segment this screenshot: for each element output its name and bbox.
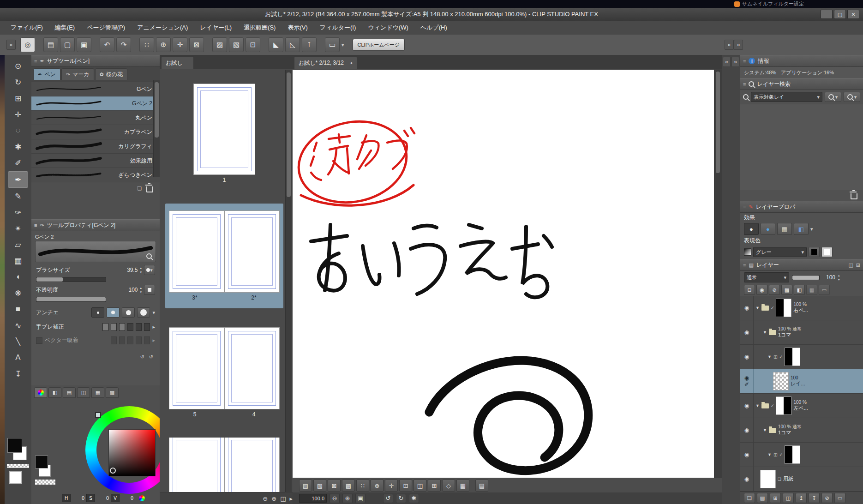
panel-menu-icon[interactable]: ≡ xyxy=(743,58,746,64)
pencil-tool-icon[interactable]: ✎ xyxy=(8,188,28,204)
brush-item[interactable]: Gペン xyxy=(31,82,160,96)
figure-tool-icon[interactable]: ∿ xyxy=(8,318,28,333)
reference-layer-icon[interactable]: ◉ xyxy=(756,285,767,295)
delete-layer-icon[interactable]: ⊘ xyxy=(821,493,833,503)
layer-row-frame[interactable]: ◉ ▼ ◫ ✓ xyxy=(740,345,863,369)
expand-icon[interactable]: ▼ xyxy=(763,330,767,335)
minimize-button[interactable]: – xyxy=(821,10,833,19)
zoom-in-icon[interactable]: ⊕ xyxy=(342,494,353,503)
panel-menu-icon[interactable]: ≡ xyxy=(743,262,746,268)
panel-menu-icon[interactable]: ≡ xyxy=(34,222,37,228)
hue-value[interactable]: 0 xyxy=(72,495,84,501)
fill-tool-icon[interactable]: ■ xyxy=(8,301,28,317)
collapse-right-panel-right-button[interactable]: » xyxy=(734,40,743,50)
canvasbar-move-icon[interactable]: ✛ xyxy=(385,480,398,492)
layer-row-right-page-folder[interactable]: ◉ ▼ ✓ 100 %右ペ... xyxy=(740,296,863,320)
hue-marker[interactable] xyxy=(95,412,101,418)
triangle-ruler-button[interactable]: ◺ xyxy=(285,37,300,52)
reset-view-icon[interactable]: ✱ xyxy=(409,494,419,503)
eye-icon[interactable]: ◉ xyxy=(744,330,749,335)
vector-snap-more-icon[interactable]: ▸ xyxy=(152,337,155,343)
stabilization-segment[interactable] xyxy=(127,323,133,331)
eye-icon[interactable]: ◉ xyxy=(744,354,749,360)
menu-filter[interactable]: フィルター(I) xyxy=(314,21,362,35)
brush-item[interactable]: カブラペン xyxy=(31,125,160,139)
grab-tool-icon[interactable]: ⊞ xyxy=(8,90,28,106)
brush-tool-icon[interactable]: ✑ xyxy=(8,204,28,220)
antialias-medium-button[interactable] xyxy=(122,307,135,318)
gradient-tool-icon[interactable]: ↧ xyxy=(8,366,28,382)
subtool-scrollbar[interactable] xyxy=(153,80,160,177)
canvasbar-select-poly-icon[interactable]: ▧ xyxy=(313,480,326,492)
brush-item[interactable]: 効果線用 xyxy=(31,154,160,168)
white-swatch-button[interactable] xyxy=(821,247,833,257)
pattern-tool-icon[interactable]: ▦ xyxy=(8,253,28,269)
clip-logo-button[interactable]: ◎ xyxy=(20,37,35,52)
saturation-value[interactable]: 0 xyxy=(97,495,109,501)
decoration-tool-icon[interactable]: ❋ xyxy=(8,285,28,301)
layer-palette-a-icon[interactable]: ◫ xyxy=(848,262,853,268)
effect-caret-icon[interactable]: ▾ xyxy=(810,226,813,232)
brush-size-slider[interactable] xyxy=(36,277,106,282)
menu-selection[interactable]: 選択範囲(S) xyxy=(238,21,282,35)
thumbnail-filter-badge[interactable]: サムネイルフィルター設定 xyxy=(734,0,804,8)
preview-zoom-icon[interactable] xyxy=(146,253,152,259)
duplicate-layer-icon[interactable]: ◫ xyxy=(783,493,794,503)
copy-subtool-icon[interactable]: ❏ xyxy=(137,186,142,192)
vector-snap-segment[interactable] xyxy=(127,336,133,344)
pen-tool-icon[interactable]: ✒ xyxy=(8,171,28,188)
expand-icon[interactable]: ▼ xyxy=(763,428,767,432)
layer-palette-b-icon[interactable]: ⊞ xyxy=(856,262,860,268)
layer-opacity-value[interactable]: 100 xyxy=(822,274,835,281)
vector-snap-segment[interactable] xyxy=(144,336,150,344)
eye-icon[interactable]: ◉ xyxy=(744,403,749,408)
canvasbar-select-invert-icon[interactable]: ▨ xyxy=(299,480,312,492)
color-slider-tab[interactable]: ◧ xyxy=(48,387,61,398)
rotate-view-tool-icon[interactable]: ↻ xyxy=(8,74,28,90)
wand-tool-icon[interactable]: ✱ xyxy=(8,139,28,155)
collapse-left-panel-button[interactable]: « xyxy=(6,40,16,50)
border-effect-button[interactable]: ● xyxy=(744,223,759,235)
zoom-tool-icon[interactable]: ⊙ xyxy=(8,58,28,74)
select-area-button[interactable]: ⊡ xyxy=(246,37,260,52)
eye-icon[interactable]: ◉ xyxy=(744,476,749,482)
clip-at-layer-icon[interactable]: ⊟ xyxy=(744,285,755,295)
fit-view-icon[interactable]: ▣ xyxy=(355,494,366,503)
text-tool-icon[interactable]: A xyxy=(8,350,28,366)
canvasbar-center-icon[interactable]: ⊕ xyxy=(371,480,384,492)
vector-snap-segment[interactable] xyxy=(111,336,117,344)
antialias-strong-button[interactable] xyxy=(137,307,150,318)
rotate-ccw-icon[interactable]: ↺ xyxy=(383,494,393,503)
pages-zoom-out-icon[interactable]: ⊖ xyxy=(263,495,268,502)
color-mixer-tab[interactable]: ◫ xyxy=(77,387,90,398)
new-vector-layer-icon[interactable]: ▤ xyxy=(757,493,768,503)
canvasbar-tile-icon[interactable]: ⊞ xyxy=(428,480,441,492)
opacity-slider[interactable] xyxy=(36,297,106,302)
color-history-tab[interactable]: ▦ xyxy=(91,387,104,398)
value-value[interactable]: 0 xyxy=(121,495,133,501)
zoom-out-icon[interactable]: ⊖ xyxy=(330,494,340,503)
antialias-weak-button[interactable] xyxy=(107,307,120,318)
search-filter-a-button[interactable]: ▾ xyxy=(825,92,841,102)
panel-menu-icon[interactable]: ≡ xyxy=(34,58,37,64)
pages-zoom-in-icon[interactable]: ⊕ xyxy=(271,495,276,502)
select-poly-button[interactable]: ▧ xyxy=(229,37,244,52)
undo-button[interactable]: ↶ xyxy=(100,37,114,52)
ruler-range-icon[interactable]: ▦ xyxy=(806,285,817,295)
brush-size-stepper[interactable]: ▴▾ xyxy=(140,266,142,274)
collapse-right-panel-left-button[interactable]: « xyxy=(725,40,734,50)
menu-animation[interactable]: アニメーション(A) xyxy=(131,21,194,35)
frame-tool-button[interactable]: ▭ xyxy=(325,37,340,52)
layer-row-paper[interactable]: ◉ ❏ 用紙 xyxy=(740,467,863,492)
stabilization-more-icon[interactable]: ▸ xyxy=(152,324,155,330)
drawing-canvas[interactable]: 液タブ あいうえお xyxy=(293,70,714,478)
eye-icon[interactable]: ◉ xyxy=(744,375,749,381)
panel-menu-icon[interactable]: ≡ xyxy=(743,204,746,210)
layer-row-left-page-folder[interactable]: ◉ ▼ ✓ 100 %左ペ... xyxy=(740,394,863,418)
menu-file[interactable]: ファイル(F) xyxy=(5,21,49,35)
stabilization-segment[interactable] xyxy=(144,323,150,331)
tone-effect-button[interactable]: ● xyxy=(761,223,775,235)
expand-icon[interactable]: ▼ xyxy=(767,452,772,457)
save-button[interactable]: ▣ xyxy=(77,37,91,52)
expand-icon[interactable]: ▼ xyxy=(767,354,772,359)
